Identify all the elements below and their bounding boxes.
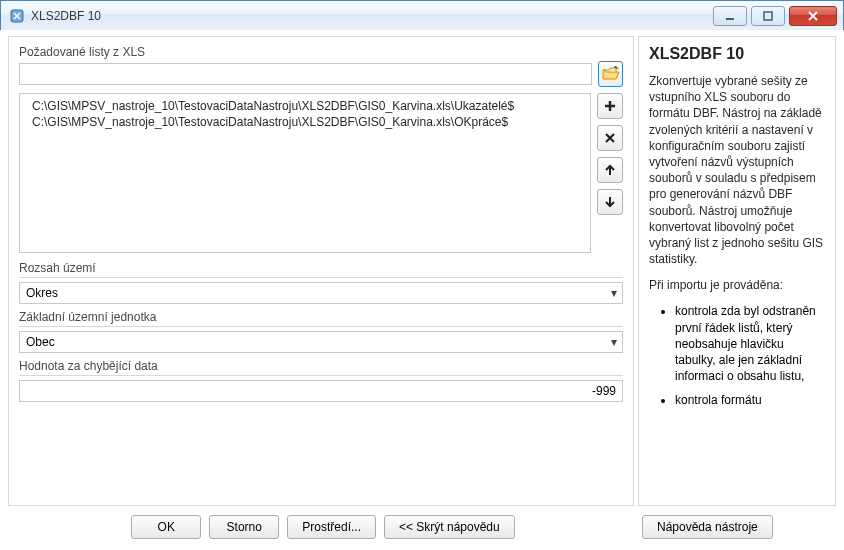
- unit-label: Základní územní jednotka: [19, 310, 623, 324]
- parameters-panel: Požadované listy z XLS C:\GIS\MPSV_nastr…: [8, 36, 634, 506]
- xls-path-input[interactable]: [19, 63, 592, 85]
- svg-rect-2: [764, 12, 772, 20]
- cancel-button[interactable]: Storno: [209, 515, 279, 539]
- minimize-button[interactable]: [713, 6, 747, 26]
- tool-help-button[interactable]: Nápověda nástroje: [642, 515, 773, 539]
- add-button[interactable]: [597, 93, 623, 119]
- move-down-button[interactable]: [597, 189, 623, 215]
- remove-button[interactable]: [597, 125, 623, 151]
- button-bar: OK Storno Prostředí... << Skrýt nápovědu…: [8, 512, 836, 542]
- browse-button[interactable]: [598, 61, 623, 87]
- scope-label: Rozsah území: [19, 261, 623, 275]
- help-bullet: kontrola zda byl odstraněn první řádek l…: [675, 303, 825, 384]
- help-panel: XLS2DBF 10 Zkonvertuje vybrané sešity ze…: [638, 36, 836, 506]
- missing-label: Hodnota za chybějící data: [19, 359, 623, 373]
- help-bullet: kontrola formátu: [675, 392, 825, 408]
- window-title: XLS2DBF 10: [31, 9, 709, 23]
- help-title: XLS2DBF 10: [649, 45, 825, 63]
- svg-rect-1: [726, 18, 734, 20]
- sheets-label: Požadované listy z XLS: [19, 45, 623, 59]
- folder-open-icon: [602, 66, 620, 82]
- arrow-down-icon: [603, 195, 617, 209]
- list-item[interactable]: C:\GIS\MPSV_nastroje_10\TestovaciDataNas…: [22, 114, 588, 130]
- unit-select[interactable]: [19, 331, 623, 353]
- help-paragraph: Zkonvertuje vybrané sešity ze vstupního …: [649, 73, 825, 267]
- plus-icon: [603, 99, 617, 113]
- help-paragraph: Při importu je prováděna:: [649, 277, 825, 293]
- missing-value-input[interactable]: [19, 380, 623, 402]
- move-up-button[interactable]: [597, 157, 623, 183]
- help-scroll[interactable]: XLS2DBF 10 Zkonvertuje vybrané sešity ze…: [649, 45, 833, 497]
- title-bar: XLS2DBF 10: [1, 1, 843, 31]
- hide-help-button[interactable]: << Skrýt nápovědu: [384, 515, 515, 539]
- arrow-up-icon: [603, 163, 617, 177]
- environment-button[interactable]: Prostředí...: [287, 515, 376, 539]
- scope-select[interactable]: [19, 282, 623, 304]
- close-button[interactable]: [789, 6, 837, 26]
- list-item[interactable]: C:\GIS\MPSV_nastroje_10\TestovaciDataNas…: [22, 98, 588, 114]
- sheets-listbox[interactable]: C:\GIS\MPSV_nastroje_10\TestovaciDataNas…: [19, 93, 591, 253]
- x-icon: [603, 131, 617, 145]
- app-icon: [9, 8, 25, 24]
- maximize-button[interactable]: [751, 6, 785, 26]
- ok-button[interactable]: OK: [131, 515, 201, 539]
